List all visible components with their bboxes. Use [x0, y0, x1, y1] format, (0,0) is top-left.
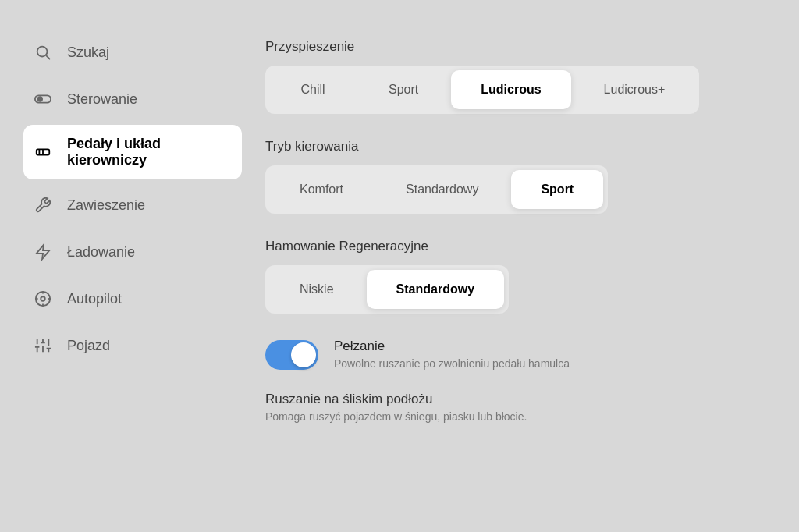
hamowanie-section: Hamowanie Regeneracyjne Niskie Standardo… [265, 239, 760, 314]
btn-ludicrous[interactable]: Ludicrous [451, 70, 570, 109]
pelzanie-label: Pełzanie [334, 339, 570, 354]
sliders-icon [33, 335, 53, 356]
sidebar-label-autopilot: Autopilot [67, 291, 122, 307]
sidebar-item-sterowanie[interactable]: Sterowanie [23, 78, 242, 120]
hamowanie-button-group: Niskie Standardowy [265, 265, 509, 314]
sidebar-label-szukaj: Szukaj [67, 44, 109, 61]
btn-sport[interactable]: Sport [359, 70, 448, 109]
sidebar-item-autopilot[interactable]: Autopilot [23, 278, 242, 320]
przyspieszenie-title: Przyspieszenie [265, 39, 760, 55]
sidebar-label-pojazd: Pojazd [67, 338, 110, 354]
ruszanie-title: Ruszanie na śliskim podłożu [265, 392, 760, 407]
sidebar-item-pedaly[interactable]: Pedały i układ kierowniczy [23, 125, 242, 179]
svg-point-9 [41, 296, 45, 301]
tryb-kierowania-title: Tryb kierowania [265, 139, 760, 154]
btn-sport-tryb[interactable]: Sport [511, 170, 603, 209]
svg-point-0 [37, 47, 48, 57]
przyspieszenie-section: Przyspieszenie Chill Sport Ludicrous Lud… [265, 39, 760, 114]
lightning-icon [33, 242, 53, 262]
svg-marker-7 [37, 245, 50, 259]
przyspieszenie-button-group: Chill Sport Ludicrous Ludicrous+ [265, 66, 699, 114]
ruszanie-section: Ruszanie na śliskim podłożu Pomaga ruszy… [265, 392, 760, 423]
sidebar: Szukaj Sterowanie Pedały i układ kierown… [0, 0, 242, 532]
toggle-knob [291, 342, 316, 367]
ruszanie-desc: Pomaga ruszyć pojazdem w śniegu, piasku … [265, 410, 760, 423]
autopilot-icon [33, 289, 53, 309]
btn-standardowy-ham[interactable]: Standardowy [367, 270, 504, 309]
hamowanie-title: Hamowanie Regeneracyjne [265, 239, 760, 254]
wrench-icon [33, 195, 53, 215]
sidebar-label-ladowanie: Ładowanie [67, 244, 135, 261]
pelzanie-text: Pełzanie Powolne ruszanie po zwolnieniu … [334, 339, 570, 370]
main-content: Przyspieszenie Chill Sport Ludicrous Lud… [242, 0, 799, 532]
btn-standardowy[interactable]: Standardowy [376, 170, 508, 209]
btn-komfort[interactable]: Komfort [270, 170, 373, 209]
tryb-kierowania-button-group: Komfort Standardowy Sport [265, 165, 608, 214]
btn-niskie[interactable]: Niskie [270, 270, 364, 309]
svg-line-1 [46, 55, 50, 59]
pelzanie-desc: Powolne ruszanie po zwolnieniu pedału ha… [334, 357, 570, 370]
btn-ludicrous-plus[interactable]: Ludicrous+ [574, 70, 695, 109]
svg-point-3 [38, 97, 43, 101]
search-icon [33, 42, 53, 62]
pelzanie-row: Pełzanie Powolne ruszanie po zwolnieniu … [265, 339, 760, 370]
sidebar-item-szukaj[interactable]: Szukaj [23, 31, 242, 73]
toggle-icon [33, 89, 53, 109]
steering-icon [33, 142, 53, 162]
sidebar-item-ladowanie[interactable]: Ładowanie [23, 231, 242, 273]
sidebar-label-pedaly: Pedały i układ kierowniczy [67, 136, 228, 168]
sidebar-item-zawieszenie[interactable]: Zawieszenie [23, 184, 242, 226]
pelzanie-toggle[interactable] [265, 340, 318, 370]
btn-chill[interactable]: Chill [270, 70, 356, 109]
tryb-kierowania-section: Tryb kierowania Komfort Standardowy Spor… [265, 139, 760, 214]
sidebar-label-zawieszenie: Zawieszenie [67, 197, 145, 214]
sidebar-label-sterowanie: Sterowanie [67, 91, 137, 108]
sidebar-item-pojazd[interactable]: Pojazd [23, 325, 242, 367]
